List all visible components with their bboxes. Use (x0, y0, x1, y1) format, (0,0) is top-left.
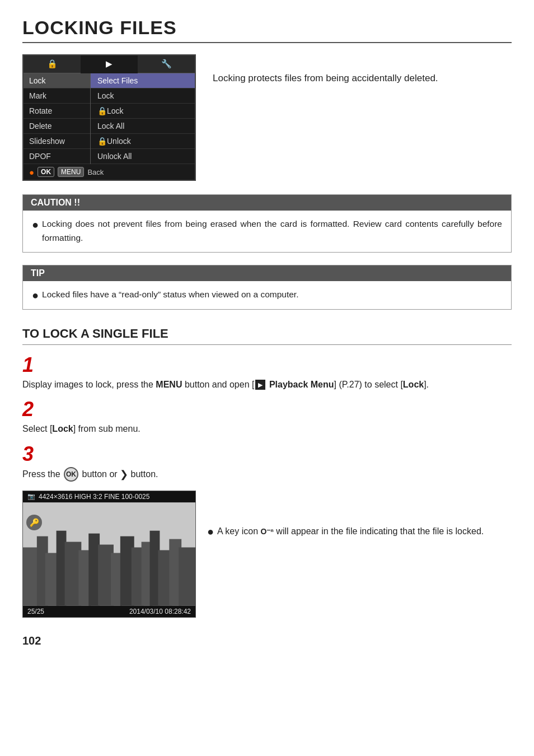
menu-tabs: 🔒 ▶ 🔧 (24, 55, 195, 73)
step3-section: 📷 4424×3616 HIGH 3:2 FINE 100-0025 (22, 491, 512, 618)
tip-box: TIP ● Locked files have a “read-only” st… (22, 265, 512, 310)
playback-icon: ▶ (255, 380, 265, 390)
menu-description: Locking protects files from being accide… (213, 54, 512, 86)
key-icon: O⁻ⁿ (260, 525, 273, 538)
step2-number: 2 (22, 399, 512, 419)
tip-bullet-dot: ● (32, 288, 39, 302)
menu-item-lock-all[interactable]: Lock All (91, 119, 195, 134)
top-section: 🔒 ▶ 🔧 Lock Mark Rotate Delete Slideshow … (22, 54, 512, 181)
preview-lock-icon: 🔑 (26, 515, 42, 530)
step1-playback-label: Playback Menu (269, 380, 334, 389)
step1-menu-label: MENU (156, 380, 182, 389)
menu-item-delete[interactable]: Delete (24, 119, 90, 134)
menu-item-unlock-all[interactable]: Unlock All (91, 149, 195, 164)
menu-badge: MENU (58, 167, 84, 177)
page-title: LOCKING FILES (22, 17, 512, 39)
step2-text-pre: Select [ (22, 424, 52, 433)
menu-item-slideshow[interactable]: Slideshow (24, 134, 90, 149)
step3-desc: ● A key icon O⁻ⁿ will appear in the file… (207, 491, 512, 539)
menu-item-rotate[interactable]: Rotate (24, 104, 90, 119)
menu-footer: ● OK MENU Back (24, 164, 195, 180)
step1-number: 1 (22, 355, 512, 375)
caution-box: CAUTION !! ● Locking does not prevent fi… (22, 194, 512, 253)
step3-bullet-dot: ● (207, 524, 214, 539)
menu-item-lock[interactable]: Lock (24, 73, 90, 88)
step1-lock-label: Lock (403, 380, 424, 389)
menu-tab-playback[interactable]: ▶ (81, 55, 138, 73)
caution-text: Locking does not prevent files from bein… (42, 217, 502, 245)
menu-item-flag-lock[interactable]: 🔒Lock (91, 104, 195, 119)
section-divider (22, 344, 512, 345)
preview-bottom-right: 2014/03/10 08:28:42 (129, 608, 191, 615)
menu-left: Lock Mark Rotate Delete Slideshow DPOF (24, 73, 91, 164)
preview-image: 🔑 (23, 502, 195, 606)
step3-text-end: button. (131, 469, 158, 478)
preview-top-bar: 📷 4424×3616 HIGH 3:2 FINE 100-0025 (23, 491, 195, 502)
preview-bottom-left: 25/25 (27, 608, 44, 615)
step2-lock-label: Lock (52, 424, 73, 433)
step3-text-mid: button or (82, 469, 120, 478)
menu-item-flag-unlock[interactable]: 🔒Unlock (91, 134, 195, 149)
step1-text: Display images to lock, press the MENU b… (22, 377, 512, 392)
caution-body: ● Locking does not prevent files from be… (23, 211, 511, 252)
menu-tab-settings[interactable]: 🔧 (138, 55, 195, 73)
caution-bullet-item: ● Locking does not prevent files from be… (32, 217, 502, 245)
step3-note-item: ● A key icon O⁻ⁿ will appear in the file… (207, 524, 512, 539)
step1-text-close: ]. (424, 380, 429, 389)
preview-bottom-bar: 25/25 2014/03/10 08:28:42 (23, 606, 195, 617)
tip-text: Locked files have a “read-only” status w… (42, 288, 298, 302)
preview-card-icon: 📷 (27, 493, 35, 500)
step1-text-end: ] (P.27) to select [ (334, 380, 403, 389)
step2-text-end: ] from sub menu. (73, 424, 140, 433)
step3-number: 3 (22, 444, 512, 464)
arrow-button[interactable]: ❯ (120, 466, 128, 483)
ok-badge: OK (38, 167, 54, 177)
ok-button[interactable]: OK (64, 467, 78, 482)
cityscape-svg (23, 503, 195, 606)
section-title: TO LOCK A SINGLE FILE (22, 326, 512, 341)
step3-label: Press the OK button or ❯ button. (22, 466, 512, 483)
camera-menu: 🔒 ▶ 🔧 Lock Mark Rotate Delete Slideshow … (22, 54, 196, 181)
step1-text-mid: button and open [ (182, 380, 254, 389)
menu-rows: Lock Mark Rotate Delete Slideshow DPOF S… (24, 73, 195, 164)
menu-item-mark[interactable]: Mark (24, 88, 90, 104)
tip-body: ● Locked files have a “read-only” status… (23, 281, 511, 309)
menu-tab-lock[interactable]: 🔒 (24, 55, 81, 73)
page-number: 102 (22, 634, 512, 647)
tip-bullet-item: ● Locked files have a “read-only” status… (32, 288, 502, 302)
caution-header: CAUTION !! (23, 195, 511, 211)
caution-bullet-dot: ● (32, 217, 39, 232)
step2-text: Select [Lock] from sub menu. (22, 422, 512, 436)
svg-rect-18 (179, 547, 195, 605)
camera-preview: 📷 4424×3616 HIGH 3:2 FINE 100-0025 (22, 491, 196, 618)
menu-item-dpof[interactable]: DPOF (24, 149, 90, 164)
menu-item-select-files[interactable]: Select Files (91, 73, 195, 88)
step3-note-text: A key icon O⁻ⁿ will appear in the file i… (217, 524, 484, 539)
footer-back-label: Back (87, 168, 104, 176)
menu-right: Select Files Lock 🔒Lock Lock All 🔒Unlock… (91, 73, 195, 164)
preview-top-text: 4424×3616 HIGH 3:2 FINE 100-0025 (39, 493, 149, 501)
step1-text-pre: Display images to lock, press the (22, 380, 156, 389)
menu-item-right-lock[interactable]: Lock (91, 88, 195, 104)
step3-text-pre: Press the (22, 469, 63, 478)
tip-header: TIP (23, 265, 511, 281)
title-divider (22, 42, 512, 43)
